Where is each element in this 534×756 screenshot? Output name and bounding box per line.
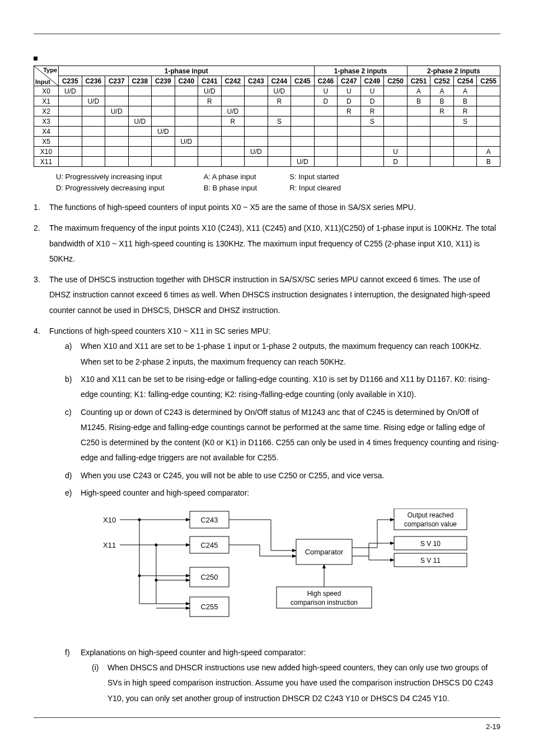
column-header: C236 (82, 76, 105, 86)
column-header: C246 (314, 76, 338, 86)
diag-x11: X11 (103, 541, 116, 549)
table-cell (384, 96, 407, 106)
table-cell: B (477, 157, 500, 167)
list-letter: e) (65, 486, 72, 501)
table-cell (245, 157, 268, 167)
table-cell (291, 137, 315, 147)
row-label: X5 (34, 137, 59, 147)
table-row: X5U/D (34, 137, 500, 147)
table-cell: B (453, 96, 477, 106)
col-group: 2-phase 2 inputs (407, 66, 500, 76)
table-cell: A (407, 86, 430, 96)
header-divider (34, 34, 500, 34)
column-header: C247 (338, 76, 361, 86)
list-roman: (i) (92, 660, 99, 675)
column-header: C237 (105, 76, 129, 86)
table-cell (152, 137, 175, 147)
table-cell (175, 96, 198, 106)
table-row: X11U/DDB (34, 157, 500, 167)
table-cell: U (338, 86, 361, 96)
table-cell (245, 106, 268, 116)
table-cell (128, 96, 152, 106)
list-letter: d) (65, 468, 72, 483)
header-type: Type (43, 67, 57, 73)
table-cell (128, 147, 152, 157)
table-cell: U/D (82, 96, 105, 106)
table-cell (453, 127, 477, 137)
list-text: When X10 and X11 are set to be 1-phase 1… (81, 342, 481, 366)
column-header: C255 (477, 76, 500, 86)
column-header: C252 (430, 76, 454, 86)
table-cell: D (384, 157, 407, 167)
table-cell (221, 96, 245, 106)
row-label: X11 (34, 157, 59, 167)
diag-sv11: S V 11 (420, 557, 441, 564)
column-header: C235 (59, 76, 82, 86)
table-cell (59, 96, 82, 106)
table-cell (175, 116, 198, 127)
list-text: The use of DHSCS instruction together wi… (49, 275, 490, 315)
diag-comparator: Comparator (305, 548, 344, 556)
table-cell: R (221, 116, 245, 127)
legend-item: U: Progressively increasing input (56, 171, 202, 183)
svg-point-10 (155, 579, 158, 582)
table-cell (453, 137, 477, 147)
table-cell (198, 106, 222, 116)
column-header: C245 (291, 76, 315, 86)
sub-list: a)When X10 and X11 are set to be 1-phase… (49, 339, 500, 706)
table-row: X3U/DRSSS (34, 116, 500, 127)
table-cell (314, 106, 338, 116)
table-cell (245, 116, 268, 127)
svg-text:High speed: High speed (307, 590, 341, 598)
table-cell (221, 147, 245, 157)
list-text: High-speed counter and high-speed compar… (81, 488, 249, 497)
table-cell (245, 137, 268, 147)
column-header: C242 (221, 76, 245, 86)
table-cell (82, 127, 105, 137)
main-list: 1.The functions of high-speed counters o… (34, 200, 500, 706)
svg-text:comparison value: comparison value (404, 520, 457, 528)
table-cell (338, 147, 361, 157)
diag-c255: C255 (200, 603, 218, 611)
col-group: 1-phase 2 inputs (314, 66, 407, 76)
table-cell (477, 127, 500, 137)
counter-table: Type Input 1-phase input 1-phase 2 input… (34, 66, 500, 167)
list-text: The maximum frequency of the input point… (49, 223, 496, 263)
legend-item: S: Input started (289, 171, 373, 183)
table-cell (245, 86, 268, 96)
table-cell (105, 86, 129, 96)
table-cell (407, 157, 430, 167)
column-header: C238 (128, 76, 152, 86)
table-cell (384, 106, 407, 116)
table-cell (314, 147, 338, 157)
column-header: C241 (198, 76, 222, 86)
table-cell (82, 137, 105, 147)
column-header: C244 (268, 76, 291, 86)
svg-text:comparison instruction: comparison instruction (291, 599, 358, 606)
row-label: X2 (34, 106, 59, 116)
list-letter: b) (65, 372, 72, 387)
table-cell (407, 127, 430, 137)
table-cell (314, 157, 338, 167)
table-cell (477, 86, 500, 96)
col-group: 1-phase input (59, 66, 315, 76)
legend-item: A: A phase input (204, 171, 288, 183)
legend-item: B: B phase input (204, 183, 288, 194)
table-cell (152, 147, 175, 157)
table-cell: U (314, 86, 338, 96)
table-cell (430, 137, 454, 147)
list-number: 1. (34, 200, 40, 215)
table-cell: A (477, 147, 500, 157)
table-cell: D (338, 96, 361, 106)
table-cell (82, 86, 105, 96)
table-cell (59, 127, 82, 137)
column-header: C243 (245, 76, 268, 86)
table-cell (221, 157, 245, 167)
table-cell (175, 127, 198, 137)
table-cell (430, 147, 454, 157)
table-cell (152, 106, 175, 116)
table-cell (221, 137, 245, 147)
table-cell: R (198, 96, 222, 106)
table-cell (59, 106, 82, 116)
table-cell (291, 116, 315, 127)
